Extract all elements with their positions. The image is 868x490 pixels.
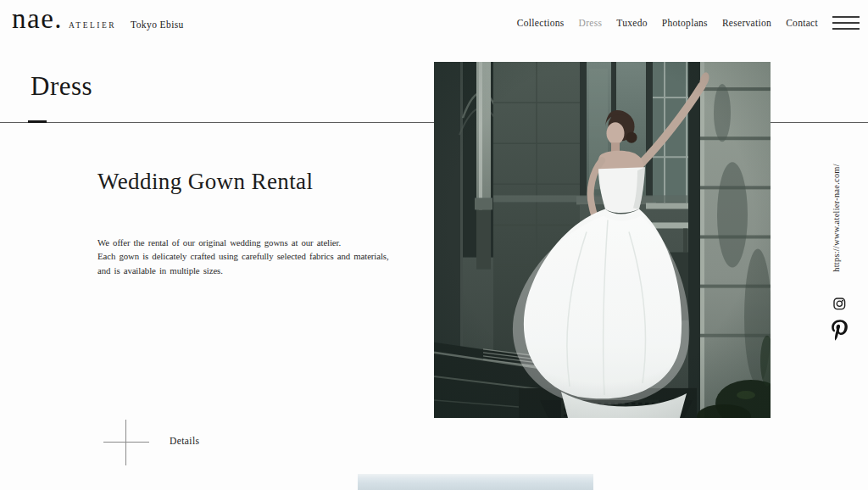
brand-location: Tokyo Ebisu xyxy=(131,19,184,30)
brand-name: nae. xyxy=(12,3,63,35)
nav-item-photoplans[interactable]: Photoplans xyxy=(662,18,708,28)
brand-logo[interactable]: nae. ATELIER Tokyo Ebisu xyxy=(12,3,184,35)
section-heading: Wedding Gown Rental xyxy=(97,169,313,195)
details-label: Details xyxy=(170,436,199,446)
menu-icon[interactable] xyxy=(832,15,860,31)
site-url-vertical: https://www.atelier-nae.com/ xyxy=(832,146,843,290)
nav-item-contact[interactable]: Contact xyxy=(786,18,818,28)
details-link[interactable]: Details xyxy=(103,420,307,465)
main-nav: Collections Dress Tuxedo Photoplans Rese… xyxy=(517,0,868,46)
nav-item-tuxedo[interactable]: Tuxedo xyxy=(616,18,648,28)
brand-suffix: ATELIER xyxy=(69,21,116,30)
paragraph-line: Each gown is delicately crafted using ca… xyxy=(97,249,389,263)
paragraph-line: and is available in multiple sizes. xyxy=(97,264,389,277)
page: nae. ATELIER Tokyo Ebisu Collections Dre… xyxy=(0,0,868,490)
hero-photo xyxy=(434,62,771,418)
next-section-photo xyxy=(358,474,593,490)
paragraph-line: We offer the rental of our original wedd… xyxy=(97,236,389,249)
divider-dash xyxy=(28,120,47,123)
page-title: Dress xyxy=(31,71,92,102)
nav-item-reservation[interactable]: Reservation xyxy=(722,18,771,28)
pinterest-icon[interactable] xyxy=(832,320,848,341)
instagram-icon[interactable] xyxy=(833,298,846,310)
wedding-gown-photo xyxy=(434,62,771,418)
plus-icon xyxy=(103,420,149,465)
nav-item-dress[interactable]: Dress xyxy=(579,18,603,28)
section-paragraph: We offer the rental of our original wedd… xyxy=(97,236,389,277)
nav-item-collections[interactable]: Collections xyxy=(517,18,565,28)
